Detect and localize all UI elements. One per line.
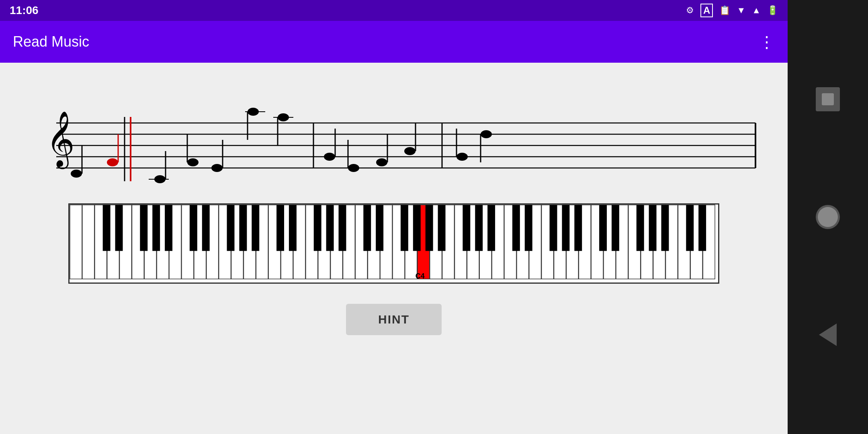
app-title: Read Music xyxy=(13,33,89,50)
svg-rect-121 xyxy=(599,205,607,251)
app-bar: Read Music ⋮ xyxy=(0,21,788,63)
svg-rect-98 xyxy=(202,205,210,251)
piano-keyboard[interactable]: C4 xyxy=(68,203,719,284)
svg-rect-127 xyxy=(698,205,706,251)
svg-rect-101 xyxy=(252,205,259,251)
back-button[interactable] xyxy=(816,323,840,347)
svg-rect-94 xyxy=(140,205,147,251)
svg-point-10 xyxy=(71,170,82,178)
hint-button[interactable]: HINT xyxy=(346,304,442,335)
svg-point-23 xyxy=(278,113,289,121)
svg-rect-120 xyxy=(574,205,582,251)
svg-point-8 xyxy=(107,158,118,166)
svg-rect-96 xyxy=(165,205,172,251)
svg-rect-126 xyxy=(686,205,694,251)
font-icon: A xyxy=(700,4,713,17)
svg-rect-112 xyxy=(438,205,446,251)
svg-rect-113 xyxy=(463,205,470,251)
status-icons: ⚙ A 📋 ▼ ▲ 🔋 xyxy=(686,4,778,17)
svg-rect-95 xyxy=(152,205,160,251)
clipboard-icon: 📋 xyxy=(719,5,730,16)
svg-text:𝄞: 𝄞 xyxy=(46,112,75,169)
svg-rect-115 xyxy=(487,205,495,251)
svg-rect-97 xyxy=(190,205,197,251)
recent-apps-button[interactable] xyxy=(816,87,840,111)
svg-point-17 xyxy=(211,164,223,172)
battery-icon: 🔋 xyxy=(767,5,778,16)
svg-rect-103 xyxy=(289,205,297,251)
svg-rect-106 xyxy=(339,205,346,251)
svg-point-26 xyxy=(324,153,335,161)
svg-point-15 xyxy=(187,158,199,166)
svg-rect-108 xyxy=(376,205,383,251)
wifi-icon: ▼ xyxy=(737,5,745,16)
main-content: 𝄞 xyxy=(0,63,788,434)
svg-rect-102 xyxy=(276,205,284,251)
svg-rect-123 xyxy=(637,205,644,251)
svg-rect-119 xyxy=(562,205,569,251)
svg-point-35 xyxy=(457,153,468,161)
settings-icon: ⚙ xyxy=(686,5,694,16)
svg-point-20 xyxy=(248,108,259,116)
svg-rect-109 xyxy=(401,205,408,251)
svg-rect-100 xyxy=(239,205,247,251)
home-button[interactable] xyxy=(816,205,840,229)
svg-rect-118 xyxy=(550,205,557,251)
more-options-icon[interactable]: ⋮ xyxy=(759,33,775,51)
svg-rect-93 xyxy=(115,205,123,251)
staff-svg: 𝄞 xyxy=(24,71,764,191)
svg-rect-99 xyxy=(227,205,235,251)
svg-rect-105 xyxy=(326,205,334,251)
svg-rect-114 xyxy=(475,205,483,251)
svg-rect-104 xyxy=(314,205,321,251)
svg-rect-107 xyxy=(363,205,371,251)
nav-bar xyxy=(788,0,868,434)
svg-rect-125 xyxy=(661,205,669,251)
svg-rect-122 xyxy=(612,205,619,251)
svg-rect-116 xyxy=(512,205,520,251)
svg-point-32 xyxy=(404,147,416,155)
svg-rect-124 xyxy=(649,205,657,251)
svg-rect-111 xyxy=(426,205,433,251)
svg-rect-110 xyxy=(413,205,421,251)
staff-area: 𝄞 xyxy=(24,71,764,191)
svg-point-37 xyxy=(481,130,492,138)
status-bar: 11:06 ⚙ A 📋 ▼ ▲ 🔋 xyxy=(0,0,788,21)
svg-point-28 xyxy=(348,164,359,172)
svg-point-13 xyxy=(154,175,166,183)
svg-rect-92 xyxy=(103,205,111,251)
svg-rect-117 xyxy=(525,205,532,251)
svg-rect-40 xyxy=(70,205,82,279)
svg-point-30 xyxy=(376,158,387,166)
svg-rect-41 xyxy=(82,205,94,279)
c4-label: C4 xyxy=(416,272,425,280)
signal-icon: ▲ xyxy=(752,5,761,16)
status-time: 11:06 xyxy=(10,4,39,17)
